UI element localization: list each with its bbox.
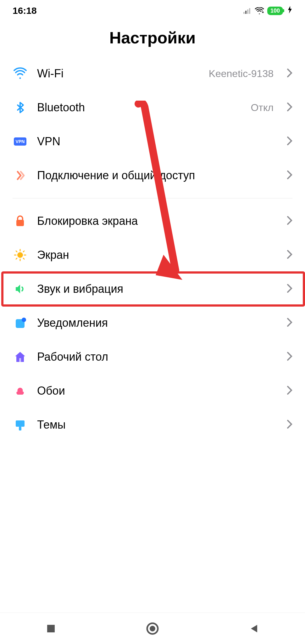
brightness-icon <box>13 247 28 263</box>
chevron-right-icon <box>287 284 292 294</box>
svg-point-23 <box>150 626 155 631</box>
settings-item-lockscreen[interactable]: Блокировка экрана <box>13 204 292 238</box>
svg-rect-1 <box>245 11 247 14</box>
home-icon <box>13 349 28 364</box>
settings-item-sound[interactable]: Звук и вибрация <box>13 272 292 306</box>
chevron-right-icon <box>287 318 292 328</box>
chevron-right-icon <box>287 136 292 147</box>
section-divider <box>13 198 292 198</box>
settings-item-themes[interactable]: Темы <box>13 408 292 442</box>
svg-text:VPN: VPN <box>16 139 25 144</box>
settings-item-label: Темы <box>37 418 277 431</box>
settings-item-wallpaper[interactable]: Обои <box>13 374 292 408</box>
settings-item-label: Уведомления <box>37 316 277 330</box>
chevron-right-icon <box>287 419 292 430</box>
chevron-right-icon <box>287 386 292 396</box>
svg-rect-20 <box>19 427 21 430</box>
themes-icon <box>13 417 28 432</box>
navigation-bar <box>0 613 305 644</box>
status-time: 16:18 <box>13 5 37 16</box>
chevron-right-icon <box>287 250 292 260</box>
wallpaper-icon <box>13 383 28 398</box>
settings-item-display[interactable]: Экран <box>13 238 292 272</box>
svg-rect-6 <box>16 220 24 226</box>
nav-recent-button[interactable] <box>27 619 75 638</box>
svg-rect-19 <box>16 420 25 427</box>
svg-line-12 <box>16 251 17 252</box>
charging-icon <box>287 6 292 15</box>
chevron-right-icon <box>287 68 292 79</box>
svg-line-14 <box>16 258 17 259</box>
settings-item-label: Bluetooth <box>37 101 241 114</box>
svg-line-13 <box>23 258 24 259</box>
chevron-right-icon <box>287 216 292 226</box>
settings-item-value: Keenetic-9138 <box>209 68 274 80</box>
svg-rect-21 <box>47 625 55 632</box>
settings-item-notifications[interactable]: Уведомления <box>13 306 292 340</box>
settings-item-label: Блокировка экрана <box>37 214 277 228</box>
chevron-right-icon <box>287 352 292 362</box>
battery-indicator: 100 <box>267 7 283 15</box>
settings-item-label: VPN <box>37 135 277 148</box>
settings-item-sharing[interactable]: Подключение и общий доступ <box>13 158 292 192</box>
nav-back-button[interactable] <box>230 619 278 638</box>
chevron-right-icon <box>287 102 292 113</box>
settings-item-bluetooth[interactable]: Bluetooth Откл <box>13 91 292 125</box>
page-title: Настройки <box>0 28 305 47</box>
settings-item-label: Wi-Fi <box>37 67 199 80</box>
settings-item-label: Рабочий стол <box>37 350 277 364</box>
svg-rect-2 <box>247 9 248 14</box>
svg-rect-0 <box>243 12 245 14</box>
svg-line-15 <box>23 251 24 252</box>
svg-rect-3 <box>249 8 250 14</box>
settings-item-wifi[interactable]: Wi-Fi Keenetic-9138 <box>13 57 292 91</box>
bluetooth-icon <box>13 100 28 115</box>
settings-item-vpn[interactable]: VPN VPN <box>13 125 292 158</box>
settings-item-label: Звук и вибрация <box>37 282 277 296</box>
status-bar: 16:18 100 <box>0 0 305 19</box>
svg-point-17 <box>22 318 26 322</box>
settings-item-label: Подключение и общий доступ <box>37 169 277 182</box>
settings-item-home[interactable]: Рабочий стол <box>13 340 292 374</box>
wifi-status-icon <box>255 7 264 14</box>
settings-item-value: Откл <box>251 102 274 114</box>
settings-list: Wi-Fi Keenetic-9138 Bluetooth Откл VPN V… <box>0 57 305 442</box>
lock-icon <box>13 214 28 229</box>
battery-percent: 100 <box>270 8 280 14</box>
svg-rect-18 <box>19 358 21 362</box>
svg-point-7 <box>17 252 23 258</box>
sharing-icon <box>13 168 28 183</box>
status-icons: 100 <box>243 6 292 15</box>
vpn-icon: VPN <box>13 134 28 149</box>
wifi-icon <box>13 66 28 81</box>
settings-item-label: Обои <box>37 384 277 397</box>
nav-home-button[interactable] <box>129 619 176 638</box>
sound-icon <box>13 281 28 297</box>
settings-item-label: Экран <box>37 248 277 262</box>
notifications-icon <box>13 315 28 330</box>
chevron-right-icon <box>287 170 292 181</box>
cellular-signal-icon <box>243 8 252 14</box>
